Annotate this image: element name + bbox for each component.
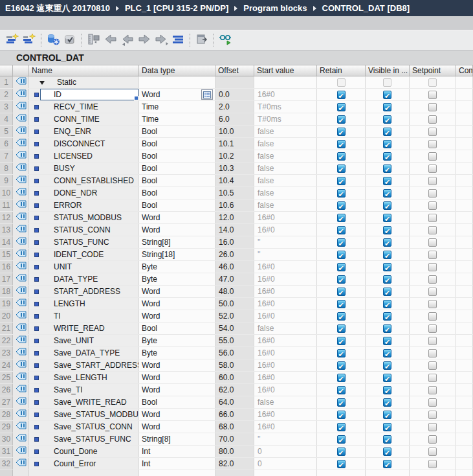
retain-checkbox[interactable] bbox=[337, 435, 346, 444]
retain-checkbox[interactable] bbox=[337, 164, 346, 173]
comment-cell[interactable] bbox=[456, 273, 473, 285]
start-value-cell[interactable]: false bbox=[254, 138, 317, 150]
data-type-cell[interactable]: Byte bbox=[139, 261, 215, 273]
row-number[interactable]: 21 bbox=[0, 323, 13, 334]
data-type-cell[interactable]: Time bbox=[139, 113, 215, 125]
visible-in-hmi-checkbox[interactable] bbox=[383, 312, 391, 321]
variable-name-cell[interactable]: Count_Error bbox=[29, 458, 139, 470]
variable-name-cell[interactable]: Save_LENGTH bbox=[29, 372, 139, 383]
data-type-cell[interactable]: Word bbox=[139, 212, 215, 223]
data-type-cell[interactable]: String[8] bbox=[139, 433, 215, 445]
variable-name-cell[interactable]: CONN_TIME bbox=[29, 113, 139, 125]
visible-in-hmi-checkbox[interactable] bbox=[383, 164, 391, 173]
data-type-cell[interactable]: Int bbox=[139, 446, 215, 457]
visible-in-hmi-checkbox[interactable] bbox=[383, 140, 391, 148]
setpoint-checkbox[interactable] bbox=[428, 337, 437, 345]
row-number[interactable]: 22 bbox=[0, 335, 13, 346]
variable-name-cell[interactable]: RECV_TIME bbox=[29, 101, 139, 113]
comment-cell[interactable] bbox=[456, 163, 473, 174]
visible-in-hmi-checkbox[interactable] bbox=[383, 238, 391, 247]
retain-checkbox[interactable] bbox=[337, 263, 346, 271]
row-number[interactable]: 16 bbox=[0, 261, 13, 273]
retain-checkbox[interactable] bbox=[337, 300, 346, 308]
breadcrumb-item[interactable]: E16042 遠東重八 20170810 bbox=[5, 3, 110, 14]
row-number[interactable]: 31 bbox=[0, 446, 13, 457]
comment-cell[interactable] bbox=[456, 76, 473, 88]
expanded-mode-button[interactable] bbox=[170, 32, 186, 48]
data-type-cell[interactable]: String[18] bbox=[139, 249, 215, 260]
start-value-cell[interactable]: T#0ms bbox=[254, 101, 317, 113]
retain-checkbox[interactable] bbox=[337, 103, 346, 111]
setpoint-checkbox[interactable] bbox=[428, 263, 437, 271]
header-data-type[interactable]: Data type bbox=[139, 65, 215, 76]
setpoint-checkbox[interactable] bbox=[428, 214, 437, 222]
data-type-dropdown-button[interactable] bbox=[201, 89, 213, 100]
visible-in-hmi-checkbox[interactable] bbox=[383, 189, 391, 198]
visible-in-hmi-checkbox[interactable] bbox=[383, 460, 391, 468]
retain-checkbox[interactable] bbox=[337, 460, 346, 468]
start-value-cell[interactable]: 16#0 bbox=[254, 273, 317, 285]
header-retain[interactable]: Retain bbox=[317, 65, 366, 76]
variable-name-cell[interactable]: ID bbox=[29, 89, 139, 100]
setpoint-checkbox[interactable] bbox=[428, 164, 437, 173]
start-value-cell[interactable]: T#0ms bbox=[254, 113, 317, 125]
data-type-cell[interactable]: Word bbox=[139, 409, 215, 420]
data-type-cell[interactable]: Bool bbox=[139, 323, 215, 334]
data-type-cell[interactable]: Bool bbox=[139, 163, 215, 174]
add-row-button[interactable] bbox=[21, 32, 38, 48]
row-number[interactable]: 7 bbox=[0, 150, 13, 162]
variable-name-cell[interactable]: Count_Done bbox=[29, 446, 139, 457]
setpoint-checkbox[interactable] bbox=[428, 288, 437, 296]
data-type-cell[interactable]: Byte bbox=[139, 273, 215, 285]
visible-in-hmi-checkbox[interactable] bbox=[383, 411, 391, 419]
visible-in-hmi-checkbox[interactable] bbox=[383, 177, 391, 185]
variable-name-cell[interactable]: ERROR bbox=[29, 199, 139, 211]
data-type-cell[interactable]: Bool bbox=[139, 187, 215, 199]
variable-name-cell[interactable]: WRITE_READ bbox=[29, 323, 139, 334]
setpoint-checkbox[interactable] bbox=[428, 152, 437, 161]
retain-checkbox[interactable] bbox=[337, 411, 346, 419]
visible-in-hmi-checkbox[interactable] bbox=[383, 300, 391, 308]
start-value-cell[interactable]: 16#0 bbox=[254, 335, 317, 346]
row-number[interactable]: 29 bbox=[0, 421, 13, 433]
data-type-cell[interactable]: Bool bbox=[139, 396, 215, 408]
start-value-cell[interactable]: false bbox=[254, 150, 317, 162]
start-value-cell[interactable]: 0 bbox=[254, 458, 317, 470]
start-value-cell[interactable]: 16#0 bbox=[254, 347, 317, 359]
row-number[interactable]: 4 bbox=[0, 113, 13, 125]
header-start-value[interactable]: Start value bbox=[254, 65, 317, 76]
visible-in-hmi-checkbox[interactable] bbox=[383, 214, 391, 222]
collapse-triangle-icon[interactable] bbox=[39, 81, 45, 85]
variable-name-cell[interactable]: DATA_TYPE bbox=[29, 273, 139, 285]
data-type-cell[interactable]: Word bbox=[139, 298, 215, 310]
comment-cell[interactable] bbox=[456, 433, 473, 445]
visible-in-hmi-checkbox[interactable] bbox=[383, 386, 391, 394]
header-setpoint[interactable]: Setpoint bbox=[410, 65, 456, 76]
header-offset[interactable]: Offset bbox=[215, 65, 254, 76]
data-type-cell[interactable]: Byte bbox=[139, 335, 215, 346]
retain-checkbox[interactable] bbox=[337, 177, 346, 185]
start-value-cell[interactable]: 16#0 bbox=[254, 212, 317, 223]
retain-checkbox[interactable] bbox=[337, 361, 346, 370]
retain-checkbox[interactable] bbox=[337, 238, 346, 247]
variable-name-cell[interactable]: START_ADDRESS bbox=[29, 286, 139, 297]
retain-checkbox[interactable] bbox=[337, 189, 346, 198]
variable-name-cell[interactable]: STATUS_FUNC bbox=[29, 236, 139, 248]
comment-cell[interactable] bbox=[456, 212, 473, 223]
retain-checkbox[interactable] bbox=[337, 115, 346, 124]
retain-checkbox[interactable] bbox=[337, 201, 346, 210]
start-value-cell[interactable]: 0 bbox=[254, 446, 317, 457]
row-number[interactable]: 14 bbox=[0, 236, 13, 248]
retain-checkbox[interactable] bbox=[337, 312, 346, 321]
setpoint-checkbox[interactable] bbox=[428, 275, 437, 284]
start-value-cell[interactable]: 16#0 bbox=[254, 298, 317, 310]
visible-in-hmi-checkbox[interactable] bbox=[383, 435, 391, 444]
variable-name-cell[interactable]: CONN_ESTABLISHED bbox=[29, 175, 139, 187]
retain-checkbox[interactable] bbox=[337, 423, 346, 431]
data-type-cell[interactable]: Time bbox=[139, 101, 215, 113]
visible-in-hmi-checkbox[interactable] bbox=[383, 152, 391, 161]
variable-name-cell[interactable]: Save_DATA_TYPE bbox=[29, 347, 139, 359]
setpoint-checkbox[interactable] bbox=[428, 312, 437, 321]
breadcrumb-item[interactable]: CONTROL_DAT [DB8] bbox=[322, 3, 410, 13]
visible-in-hmi-checkbox[interactable] bbox=[383, 288, 391, 296]
